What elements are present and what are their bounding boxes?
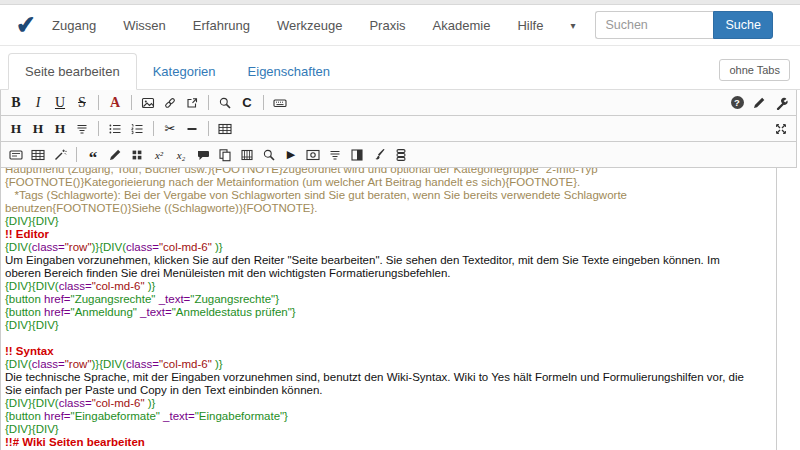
title2-button[interactable] <box>324 144 346 165</box>
tab-kategorien[interactable]: Kategorien <box>137 54 232 89</box>
toolbar-separator <box>263 95 264 110</box>
tabs: Seite bearbeitenKategorienEigenschaften <box>8 53 346 89</box>
toolbar-separator <box>98 95 99 110</box>
blockquote-button[interactable]: “ <box>82 141 104 169</box>
copy-button[interactable] <box>214 144 236 165</box>
superscript-button[interactable]: x² <box>148 144 170 165</box>
tab-bar: Seite bearbeitenKategorienEigenschaften … <box>0 46 800 90</box>
heading1-button[interactable]: H <box>5 118 27 139</box>
tab-seite-bearbeiten[interactable]: Seite bearbeiten <box>8 53 137 90</box>
plugin-blocks-button[interactable] <box>126 144 148 165</box>
toolbar-row-1: BIUSAC? <box>1 90 796 116</box>
nav-item-erfahrung[interactable]: Erfahrung <box>193 18 250 33</box>
editor-line: {DIV(class="row")}{DIV(class="col-md-6" … <box>5 241 776 254</box>
find-button[interactable] <box>214 92 236 113</box>
link-button[interactable] <box>159 92 181 113</box>
nav-item-wissen[interactable]: Wissen <box>123 18 166 33</box>
help-icon[interactable]: ? <box>726 92 748 113</box>
nav-item-praxis[interactable]: Praxis <box>369 18 405 33</box>
wand-button[interactable] <box>49 144 71 165</box>
toolbar-separator <box>208 121 209 136</box>
toolbar-row-3: “x²x₂▶ <box>1 142 796 168</box>
nav-item-hilfe[interactable]: Hilfe <box>517 18 543 33</box>
editor-line: {DIV}{DIV(class="col-md-6" )} <box>5 397 776 410</box>
toolbar-separator <box>131 95 132 110</box>
underline-button[interactable]: U <box>49 92 71 113</box>
title-bar-button[interactable] <box>71 118 93 139</box>
toolbar-separator <box>153 121 154 136</box>
editor-line: {DIV}{DIV} <box>5 215 776 228</box>
heading3-button[interactable]: H <box>49 118 71 139</box>
editor-line: benutzen{FOOTNOTE()}Siehe ((Schlagworte)… <box>5 202 776 215</box>
editor-line: !! Syntax <box>5 345 776 358</box>
editor-line: {button href="Zugangsrechte" _text="Zuga… <box>5 293 776 306</box>
bold-button[interactable]: B <box>5 92 27 113</box>
numbered-list-button[interactable] <box>126 118 148 139</box>
search-input[interactable] <box>595 11 713 39</box>
horizontal-rule-button[interactable] <box>181 118 203 139</box>
comment-button[interactable] <box>192 144 214 165</box>
main-menu: ZugangWissenErfahrungWerkzeugePraxisAkad… <box>52 18 595 33</box>
toolbar-separator <box>208 95 209 110</box>
wiki-text-editor[interactable]: Hauptmenü (Zugang, Tour, Bücher usw.){FO… <box>0 168 777 450</box>
editor-line: {button href="Eingabeformate" _text="Ein… <box>5 410 776 423</box>
editor-line: {button href="Anmeldung" _text="Anmeldes… <box>5 306 776 319</box>
layers-button[interactable] <box>390 144 412 165</box>
toolbar-separator <box>76 147 77 162</box>
editor-line: !! Editor <box>5 228 776 241</box>
toolbar-row-2: HHH✂ <box>1 116 796 142</box>
tab-eigenschaften[interactable]: Eigenschaften <box>232 54 346 89</box>
editor-line: Die technische Sprache, mit der Eingaben… <box>5 371 776 384</box>
play-button[interactable]: ▶ <box>280 144 302 165</box>
contrast-button[interactable] <box>346 144 368 165</box>
editor-line: Hauptmenü (Zugang, Tour, Bücher usw.){FO… <box>5 168 776 176</box>
editor-line <box>5 332 776 345</box>
pencil-icon[interactable] <box>748 92 770 113</box>
nav-item-werkzeuge[interactable]: Werkzeuge <box>277 18 343 33</box>
check-logo-icon[interactable]: ✔ <box>15 10 37 39</box>
editor-line: *Tags (Schlagworte): Bei der Vergabe von… <box>5 189 776 202</box>
edit-plugin-button[interactable] <box>104 144 126 165</box>
external-link-button[interactable] <box>181 92 203 113</box>
strikethrough-button[interactable]: S <box>71 92 93 113</box>
editor-line: {DIV}{DIV} <box>5 319 776 332</box>
italic-button[interactable]: I <box>27 92 49 113</box>
editor-line: oberen Bereich finden Sie drei Menüleist… <box>5 267 776 280</box>
search2-button[interactable] <box>258 144 280 165</box>
brush-button[interactable] <box>368 144 390 165</box>
bullet-list-button[interactable] <box>104 118 126 139</box>
keyboard-button[interactable] <box>269 92 291 113</box>
archive-button[interactable] <box>236 144 258 165</box>
editor-line: {DIV}{DIV(class="col-md-6" )} <box>5 280 776 293</box>
editor-line: Um Eingaben vorzunehmen, klicken Sie auf… <box>5 254 776 267</box>
image-button[interactable] <box>137 92 159 113</box>
search-submit-button[interactable]: Suche <box>713 11 772 39</box>
nav-dropdown-caret-icon[interactable]: ▾ <box>570 20 575 31</box>
slideshow-button[interactable] <box>302 144 324 165</box>
editor-line: {FOOTNOTE()}Kategorieierung nach der Met… <box>5 176 776 189</box>
toolbar-separator <box>98 121 99 136</box>
search-box: Suche <box>595 11 772 39</box>
wiki-editor-page: ✔ ZugangWissenErfahrungWerkzeugePraxisAk… <box>0 0 800 450</box>
heading2-button[interactable]: H <box>27 118 49 139</box>
panel-button[interactable] <box>5 144 27 165</box>
navbar: ✔ ZugangWissenErfahrungWerkzeugePraxisAk… <box>0 5 800 46</box>
subscript-button[interactable]: x₂ <box>170 144 192 165</box>
cut-button[interactable]: ✂ <box>159 118 181 139</box>
editor-toolbars: BIUSAC? HHH✂ “x²x₂▶ <box>0 90 797 168</box>
font-color-button[interactable]: A <box>104 92 126 113</box>
nav-item-akademie[interactable]: Akademie <box>433 18 491 33</box>
switch-editor-button[interactable]: C <box>236 92 258 113</box>
editor-line: {DIV}{DIV} <box>5 423 776 436</box>
nav-item-zugang[interactable]: Zugang <box>52 18 96 33</box>
table2-button[interactable] <box>27 144 49 165</box>
table-button[interactable] <box>214 118 236 139</box>
wrench-icon[interactable] <box>770 92 792 113</box>
editor-line: Sie einfach per Paste und Copy in den Te… <box>5 384 776 397</box>
fullscreen-button[interactable] <box>770 118 792 139</box>
editor-line: {DIV(class="row")}{DIV(class="col-md-6" … <box>5 358 776 371</box>
ohne-tabs-button[interactable]: ohne Tabs <box>719 59 790 81</box>
editor-line: !!# Wiki Seiten bearbeiten <box>5 436 776 449</box>
